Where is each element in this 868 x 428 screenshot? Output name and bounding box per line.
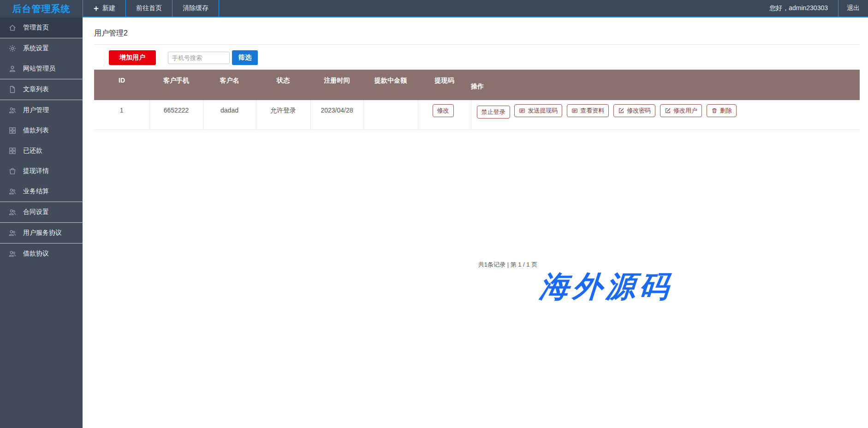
- change-password-label: 修改密码: [627, 107, 651, 115]
- gear-icon: [8, 44, 17, 53]
- sidebar-item-label: 系统设置: [23, 44, 49, 53]
- menu-item-new[interactable]: 新建: [83, 0, 126, 17]
- sidebar-item-user-management[interactable]: 用户管理: [0, 100, 83, 120]
- sidebar-item-system-settings[interactable]: 系统设置: [0, 38, 83, 59]
- app-logo: 后台管理系统: [0, 0, 83, 18]
- trash-icon: [711, 107, 718, 114]
- table-header-row: ID 客户手机 客户名 状态 注册时间 提款中金额 提现码 操作: [94, 70, 860, 100]
- sidebar-item-admin-home[interactable]: 管理首页: [0, 18, 83, 38]
- menu-item-clear-cache[interactable]: 清除缓存: [172, 0, 219, 17]
- header-reg-date: 注册时间: [310, 70, 363, 100]
- sidebar-item-label: 借款列表: [23, 126, 49, 135]
- card-list-icon: [519, 107, 525, 114]
- sidebar-item-loan-list[interactable]: 借款列表: [0, 120, 83, 141]
- admin-page: 后台管理系统 新建 前往首页 清除缓存 您好，admin230303 退出: [0, 0, 868, 428]
- send-withdraw-code-label: 发送提现码: [528, 107, 558, 115]
- edit-user-button[interactable]: 修改用户: [660, 104, 702, 117]
- main-content: 用户管理2 增加用户 筛选 ID 客户手机 客户名 状态 注册时间 提款中金额: [83, 18, 868, 428]
- view-profile-label: 查看资料: [580, 107, 604, 115]
- sidebar: 管理首页 系统设置 网站管理员 文章列表 用户管理 借款列表 已还款: [0, 18, 83, 428]
- users-icon: [8, 229, 17, 237]
- table-row: 1 6652222 dadad 允许登录 2023/04/28 修改 禁止登录: [94, 100, 860, 130]
- card-list-icon: [571, 107, 578, 114]
- header-status: 状态: [256, 70, 310, 100]
- delete-label: 删除: [720, 107, 732, 115]
- menu-item-go-home[interactable]: 前往首页: [126, 0, 172, 17]
- sidebar-separator: [0, 243, 83, 244]
- header-name: 客户名: [203, 70, 256, 100]
- sidebar-item-label: 文章列表: [23, 85, 49, 94]
- header-withdraw-code: 提现码: [418, 70, 471, 100]
- sidebar-item-label: 网站管理员: [23, 65, 55, 73]
- cell-actions: 禁止登录 发送提现码 查看资料 修改密码: [471, 100, 860, 130]
- user-greeting: 您好，admin230303: [759, 0, 838, 17]
- user-table: ID 客户手机 客户名 状态 注册时间 提款中金额 提现码 操作 1 66522…: [94, 70, 860, 130]
- pagination-status: 共1条记录 | 第 1 / 1 页: [125, 261, 868, 269]
- sidebar-separator: [0, 222, 83, 223]
- toolbar: 增加用户 筛选: [109, 50, 860, 65]
- header-id: ID: [94, 70, 149, 100]
- send-withdraw-code-button[interactable]: 发送提现码: [514, 104, 562, 117]
- modify-code-button[interactable]: 修改: [433, 104, 454, 117]
- title-divider: [94, 44, 860, 45]
- logout-button[interactable]: 退出: [838, 0, 868, 17]
- sidebar-separator: [0, 79, 83, 79]
- sidebar-item-business-settlement[interactable]: 业务结算: [0, 181, 83, 202]
- sidebar-item-label: 提现详情: [23, 167, 49, 175]
- grid-icon: [8, 147, 17, 155]
- cell-status: 允许登录: [256, 100, 310, 130]
- menu-item-new-label: 新建: [102, 4, 115, 12]
- forbid-login-button[interactable]: 禁止登录: [477, 106, 510, 119]
- sidebar-item-label: 借款协议: [23, 250, 49, 258]
- sidebar-item-loan-agreement[interactable]: 借款协议: [0, 244, 83, 264]
- users-icon: [8, 106, 17, 114]
- cell-reg-date: 2023/04/28: [310, 100, 363, 130]
- sidebar-item-label: 管理首页: [23, 24, 49, 32]
- file-icon: [8, 85, 17, 94]
- sidebar-item-label: 合同设置: [23, 208, 49, 216]
- edit-user-label: 修改用户: [673, 107, 697, 115]
- header-phone: 客户手机: [149, 70, 203, 100]
- sidebar-separator: [0, 100, 83, 100]
- header-actions: 操作: [471, 70, 860, 100]
- sidebar-item-article-list[interactable]: 文章列表: [0, 79, 83, 100]
- sidebar-item-label: 用户管理: [23, 106, 49, 114]
- cell-phone: 6652222: [149, 100, 203, 130]
- sidebar-item-repaid[interactable]: 已还款: [0, 141, 83, 161]
- sidebar-item-withdraw-details[interactable]: 提现详情: [0, 161, 83, 181]
- edit-icon: [665, 107, 671, 114]
- edit-icon: [618, 107, 624, 114]
- menu-item-go-home-label: 前往首页: [136, 4, 162, 12]
- watermark-text: 海外源码: [538, 267, 674, 307]
- sidebar-item-label: 用户服务协议: [23, 229, 62, 237]
- topbar: 后台管理系统 新建 前往首页 清除缓存 您好，admin230303 退出: [0, 0, 868, 18]
- users-icon: [8, 250, 17, 258]
- sidebar-item-site-admins[interactable]: 网站管理员: [0, 59, 83, 79]
- users-icon: [8, 208, 17, 216]
- users-icon: [8, 187, 17, 196]
- delete-button[interactable]: 删除: [707, 104, 737, 117]
- sidebar-separator: [0, 202, 83, 202]
- change-password-button[interactable]: 修改密码: [613, 104, 655, 117]
- view-profile-button[interactable]: 查看资料: [567, 104, 609, 117]
- home-icon: [8, 24, 17, 32]
- cell-withdraw-code: 修改: [418, 100, 471, 130]
- grid-icon: [8, 126, 17, 135]
- phone-search-input[interactable]: [168, 52, 230, 64]
- page-title: 用户管理2: [94, 29, 860, 38]
- plus-icon: [93, 6, 99, 12]
- cell-id: 1: [94, 100, 149, 130]
- sidebar-separator: [0, 38, 83, 38]
- user-icon: [8, 65, 17, 73]
- topbar-menu: 新建 前往首页 清除缓存: [83, 0, 219, 17]
- sidebar-item-user-service-agreement[interactable]: 用户服务协议: [0, 223, 83, 243]
- sidebar-item-label: 业务结算: [23, 187, 49, 196]
- bag-icon: [8, 167, 17, 175]
- modify-code-label: 修改: [437, 107, 449, 115]
- header-withdrawing-amount: 提款中金额: [363, 70, 418, 100]
- filter-button[interactable]: 筛选: [232, 50, 258, 65]
- sidebar-item-contract-settings[interactable]: 合同设置: [0, 202, 83, 222]
- topbar-content: 新建 前往首页 清除缓存 您好，admin230303 退出: [83, 0, 868, 18]
- add-user-button[interactable]: 增加用户: [109, 50, 156, 65]
- menu-item-clear-cache-label: 清除缓存: [183, 4, 208, 12]
